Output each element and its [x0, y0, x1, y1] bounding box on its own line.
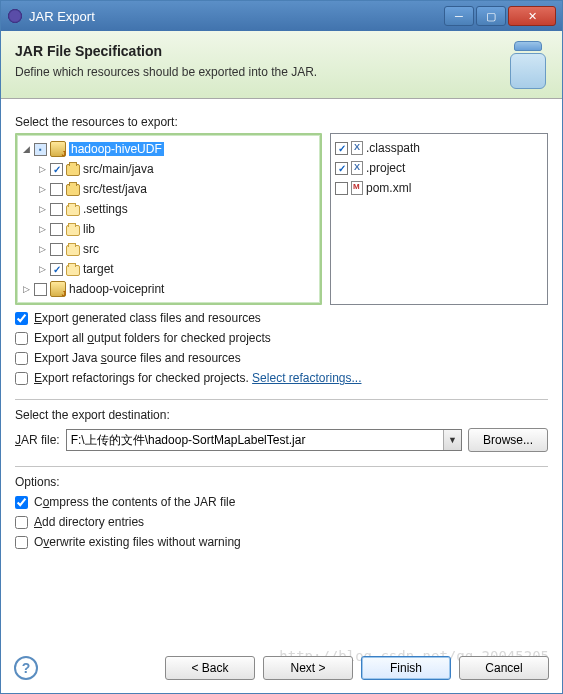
maximize-button[interactable]: ▢ [476, 6, 506, 26]
node-label: src/test/java [83, 182, 147, 196]
wizard-header: JAR File Specification Define which reso… [1, 31, 562, 99]
jar-file-combo[interactable]: ▼ [66, 429, 462, 451]
checkbox[interactable] [50, 243, 63, 256]
option-label: Export generated class files and resourc… [34, 311, 261, 325]
collapse-icon[interactable]: ◢ [21, 144, 31, 154]
xml-file-icon [351, 161, 363, 175]
file-label: .classpath [366, 141, 420, 155]
checkbox[interactable] [15, 312, 28, 325]
file-project[interactable]: .project [333, 158, 545, 178]
expand-icon[interactable]: ▷ [37, 204, 47, 214]
tree-node-hadoop-hiveudf[interactable]: ◢ hadoop-hiveUDF [19, 139, 318, 159]
help-button[interactable]: ? [14, 656, 38, 680]
file-pom[interactable]: pom.xml [333, 178, 545, 198]
tree-node-settings[interactable]: ▷ .settings [19, 199, 318, 219]
content: Select the resources to export: ◢ hadoop… [1, 99, 562, 549]
eclipse-icon [7, 8, 23, 24]
option-label: Compress the contents of the JAR file [34, 495, 235, 509]
checkbox[interactable] [15, 332, 28, 345]
button-bar: ? < Back Next > Finish Cancel [14, 656, 549, 680]
checkbox[interactable] [335, 162, 348, 175]
file-label: .project [366, 161, 405, 175]
node-label: src/main/java [83, 162, 154, 176]
checkbox[interactable] [50, 223, 63, 236]
back-button[interactable]: < Back [165, 656, 255, 680]
folder-icon [66, 225, 80, 236]
project-icon [50, 141, 66, 157]
opt-add-dir-entries[interactable]: Add directory entries [15, 515, 548, 529]
expand-icon[interactable]: ▷ [37, 264, 47, 274]
tree-node-hadoop-voiceprint[interactable]: ▷ hadoop-voiceprint [19, 279, 318, 299]
file-label: pom.xml [366, 181, 411, 195]
checkbox[interactable] [15, 496, 28, 509]
next-button[interactable]: Next > [263, 656, 353, 680]
jar-file-label: JAR file: [15, 433, 60, 447]
browse-button[interactable]: Browse... [468, 428, 548, 452]
titlebar: JAR Export ─ ▢ ✕ [1, 1, 562, 31]
opt-compress[interactable]: Compress the contents of the JAR file [15, 495, 548, 509]
expand-icon[interactable]: ▷ [21, 284, 31, 294]
option-label: Add directory entries [34, 515, 144, 529]
separator [15, 399, 548, 400]
opt-export-java-source[interactable]: Export Java source files and resources [15, 351, 548, 365]
tree-node-src[interactable]: ▷ src [19, 239, 318, 259]
select-dest-label: Select the export destination: [15, 408, 548, 422]
checkbox[interactable] [34, 143, 47, 156]
node-label: hadoop-hiveUDF [69, 142, 164, 156]
option-label: Export Java source files and resources [34, 351, 241, 365]
select-refactorings-link[interactable]: Select refactorings... [252, 371, 361, 385]
expand-icon[interactable]: ▷ [37, 184, 47, 194]
checkbox[interactable] [50, 203, 63, 216]
checkbox[interactable] [34, 283, 47, 296]
file-list[interactable]: .classpath .project pom.xml [330, 133, 548, 305]
minimize-button[interactable]: ─ [444, 6, 474, 26]
checkbox[interactable] [50, 163, 63, 176]
separator [15, 466, 548, 467]
checkbox[interactable] [15, 372, 28, 385]
jar-icon [506, 41, 550, 91]
option-label: Export all output folders for checked pr… [34, 331, 271, 345]
option-label: Export refactorings for checked projects… [34, 371, 362, 385]
page-subtitle: Define which resources should be exporte… [15, 65, 548, 79]
finish-button[interactable]: Finish [361, 656, 451, 680]
jar-file-input[interactable] [67, 430, 443, 450]
expand-icon[interactable]: ▷ [37, 224, 47, 234]
expand-icon[interactable]: ▷ [37, 244, 47, 254]
node-label: target [83, 262, 114, 276]
chevron-down-icon[interactable]: ▼ [443, 430, 461, 450]
tree-node-target[interactable]: ▷ target [19, 259, 318, 279]
package-icon [66, 184, 80, 196]
node-label: .settings [83, 202, 128, 216]
opt-export-class-files[interactable]: Export generated class files and resourc… [15, 311, 548, 325]
option-label: Overwrite existing files without warning [34, 535, 241, 549]
folder-icon [66, 205, 80, 216]
project-icon [50, 281, 66, 297]
folder-icon [66, 265, 80, 276]
window-title: JAR Export [29, 9, 442, 24]
opt-export-output-folders[interactable]: Export all output folders for checked pr… [15, 331, 548, 345]
opt-export-refactorings[interactable]: Export refactorings for checked projects… [15, 371, 548, 385]
node-label: hadoop-voiceprint [69, 282, 164, 296]
resource-tree[interactable]: ◢ hadoop-hiveUDF ▷ src/main/java ▷ src/t… [15, 133, 322, 305]
options-label: Options: [15, 475, 548, 489]
checkbox[interactable] [335, 182, 348, 195]
checkbox[interactable] [15, 352, 28, 365]
tree-node-src-test-java[interactable]: ▷ src/test/java [19, 179, 318, 199]
checkbox[interactable] [15, 536, 28, 549]
tree-node-lib[interactable]: ▷ lib [19, 219, 318, 239]
folder-icon [66, 245, 80, 256]
node-label: src [83, 242, 99, 256]
checkbox[interactable] [15, 516, 28, 529]
maven-file-icon [351, 181, 363, 195]
package-icon [66, 164, 80, 176]
checkbox[interactable] [50, 183, 63, 196]
file-classpath[interactable]: .classpath [333, 138, 545, 158]
close-button[interactable]: ✕ [508, 6, 556, 26]
checkbox[interactable] [335, 142, 348, 155]
node-label: lib [83, 222, 95, 236]
expand-icon[interactable]: ▷ [37, 164, 47, 174]
checkbox[interactable] [50, 263, 63, 276]
cancel-button[interactable]: Cancel [459, 656, 549, 680]
opt-overwrite[interactable]: Overwrite existing files without warning [15, 535, 548, 549]
tree-node-src-main-java[interactable]: ▷ src/main/java [19, 159, 318, 179]
